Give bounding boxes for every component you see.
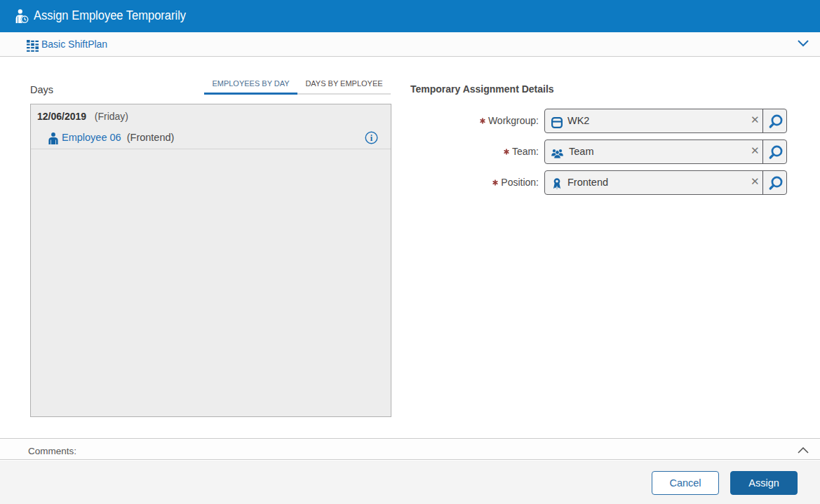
svg-text:i: i <box>370 133 373 143</box>
